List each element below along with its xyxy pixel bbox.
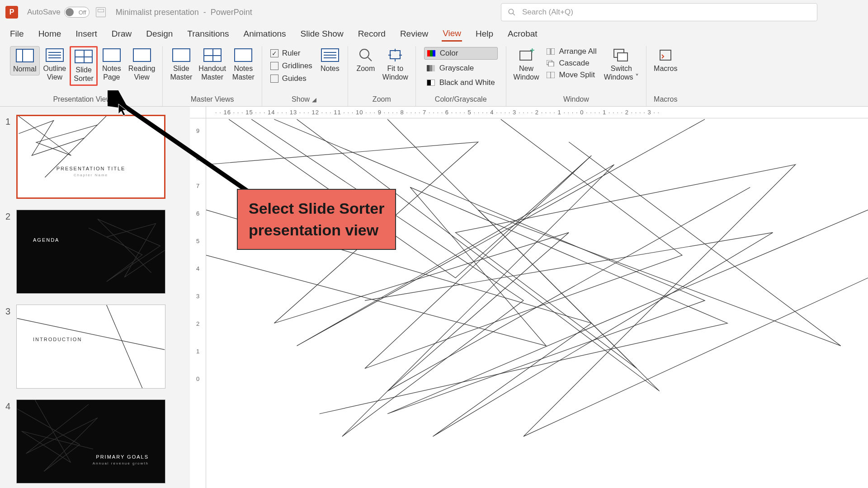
tab-insert[interactable]: Insert: [75, 27, 98, 41]
guides-checkbox[interactable]: Guides: [270, 74, 312, 83]
svg-rect-14: [618, 53, 627, 61]
slide-master-button[interactable]: SlideMaster: [167, 46, 195, 83]
outline-icon: [46, 48, 64, 62]
zoom-button[interactable]: Zoom: [353, 46, 379, 75]
search-input[interactable]: Search (Alt+Q): [501, 3, 817, 21]
autosave-toggle[interactable]: Off: [64, 7, 90, 18]
group-show: Ruler Gridlines Guides Notes Show ◢: [262, 46, 348, 106]
new-window-button[interactable]: +NewWindow: [511, 46, 542, 83]
show-launcher[interactable]: ◢: [312, 96, 318, 103]
slide-sorter-icon: [75, 50, 93, 63]
slide-thumbnail-4[interactable]: 4 PRIMARY GOALS Annual revenue growth: [5, 399, 177, 483]
tab-review[interactable]: Review: [399, 27, 429, 41]
main-area: 1 PRESENTATION TITLE Chapter Name 2 AGEN…: [0, 107, 868, 488]
move-split-button[interactable]: Move Split: [547, 70, 597, 80]
tab-draw[interactable]: Draw: [111, 27, 132, 41]
black-white-button[interactable]: Black and White: [424, 77, 498, 89]
notes-icon: [321, 48, 339, 62]
normal-icon: [16, 49, 34, 62]
arrange-all-button[interactable]: Arrange All: [547, 47, 597, 56]
new-window-icon: +: [518, 48, 534, 62]
tab-design[interactable]: Design: [145, 27, 174, 41]
title-bar: P AutoSave Off Minimalist presentation -…: [0, 0, 868, 24]
svg-rect-4: [390, 51, 400, 59]
svg-point-2: [360, 49, 369, 58]
switch-windows-button[interactable]: SwitchWindows ˅: [601, 46, 642, 83]
tab-slideshow[interactable]: Slide Show: [300, 27, 344, 41]
slide-canvas[interactable]: [206, 118, 868, 488]
search-icon: [508, 8, 516, 16]
ruler-checkbox[interactable]: Ruler: [270, 49, 312, 58]
arrange-icon: [547, 48, 555, 55]
cursor-icon: [118, 103, 131, 117]
gridlines-checkbox[interactable]: Gridlines: [270, 61, 312, 70]
group-master-views: SlideMaster HandoutMaster NotesMaster Ma…: [163, 46, 262, 106]
svg-text:+: +: [530, 48, 534, 55]
bw-icon: [427, 80, 435, 86]
handout-master-button[interactable]: HandoutMaster: [196, 46, 229, 83]
reading-view-button[interactable]: ReadingView: [126, 46, 158, 83]
split-icon: [547, 72, 555, 78]
macros-icon: [657, 48, 674, 62]
group-window: +NewWindow Arrange All Cascade Move Spli…: [506, 46, 646, 106]
autosave-label: AutoSave: [27, 8, 61, 17]
tab-acrobat[interactable]: Acrobat: [507, 27, 538, 41]
tab-transitions[interactable]: Transitions: [186, 27, 230, 41]
svg-line-1: [513, 13, 515, 15]
slide-thumbnail-1[interactable]: 1 PRESENTATION TITLE Chapter Name: [5, 115, 177, 199]
notes-page-button[interactable]: NotesPage: [99, 46, 125, 83]
save-icon[interactable]: [96, 7, 106, 17]
cascade-button[interactable]: Cascade: [547, 59, 597, 68]
tab-help[interactable]: Help: [475, 27, 494, 41]
tab-home[interactable]: Home: [38, 27, 62, 41]
svg-line-3: [368, 57, 372, 61]
annotation-callout: Select Slide Sorter presentation view: [237, 189, 396, 250]
notes-master-icon: [234, 48, 252, 62]
group-macros: Macros Macros: [646, 46, 684, 106]
group-zoom: Zoom Fit toWindow Zoom: [348, 46, 416, 106]
color-button[interactable]: Color: [424, 47, 498, 60]
checkbox-icon: [270, 62, 278, 70]
notes-page-icon: [103, 48, 121, 62]
checkbox-icon: [270, 49, 278, 57]
checkbox-icon: [270, 75, 278, 83]
vertical-ruler: 9876543210: [190, 118, 206, 488]
notes-button[interactable]: Notes: [317, 46, 343, 75]
group-color-grayscale: Color Grayscale Black and White Color/Gr…: [416, 46, 506, 106]
switch-windows-icon: [613, 48, 629, 62]
app-icon: P: [5, 6, 18, 19]
slide-thumbnail-panel[interactable]: 1 PRESENTATION TITLE Chapter Name 2 AGEN…: [0, 107, 190, 488]
document-title: Minimalist presentation - PowerPoint: [116, 8, 252, 17]
notes-master-button[interactable]: NotesMaster: [230, 46, 257, 83]
fit-window-button[interactable]: Fit toWindow: [380, 46, 411, 83]
svg-line-17: [107, 305, 142, 388]
grayscale-icon: [427, 65, 435, 71]
tab-view[interactable]: View: [442, 27, 462, 42]
outline-view-button[interactable]: OutlineView: [41, 46, 69, 83]
tab-file[interactable]: File: [9, 27, 25, 41]
tab-animations[interactable]: Animations: [243, 27, 287, 41]
ribbon: Normal OutlineView SlideSorter NotesPage…: [0, 43, 868, 107]
svg-rect-7: [547, 48, 550, 55]
svg-line-16: [17, 319, 165, 350]
grayscale-button[interactable]: Grayscale: [424, 62, 498, 74]
handout-master-icon: [203, 48, 222, 62]
slide-thumbnail-3[interactable]: 3 INTRODUCTION: [5, 305, 177, 389]
slide-sorter-button[interactable]: SlideSorter: [70, 46, 98, 86]
zoom-icon: [358, 47, 373, 63]
cascade-icon: [547, 60, 555, 66]
slide-thumbnail-2[interactable]: 2 AGENDA: [5, 210, 177, 294]
svg-rect-8: [551, 48, 555, 55]
reading-icon: [133, 48, 151, 62]
ribbon-tabs: File Home Insert Draw Design Transitions…: [0, 24, 868, 43]
svg-rect-10: [548, 62, 554, 66]
slide-master-icon: [172, 48, 190, 62]
macros-button[interactable]: Macros: [651, 46, 680, 75]
normal-button[interactable]: Normal: [10, 46, 40, 75]
tab-record[interactable]: Record: [357, 27, 387, 41]
slide-content: [206, 118, 868, 488]
horizontal-ruler: · · 16 · · · 15 · · · 14 · · · 13 · · · …: [206, 107, 868, 118]
fit-window-icon: [387, 49, 403, 61]
canvas-area: · · 16 · · · 15 · · · 14 · · · 13 · · · …: [190, 107, 868, 488]
svg-point-0: [509, 9, 514, 14]
